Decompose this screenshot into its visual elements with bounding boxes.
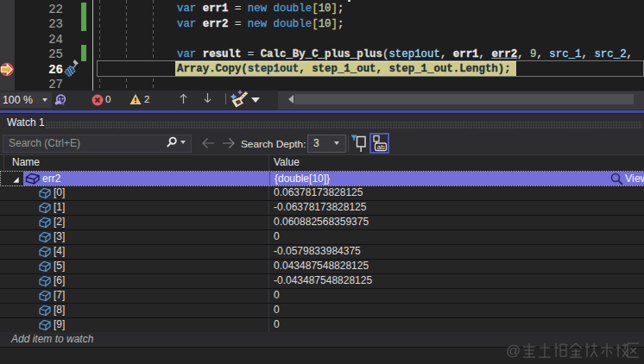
svg-text:@: @ [506,342,521,359]
svg-text:ab: ab [377,143,385,151]
